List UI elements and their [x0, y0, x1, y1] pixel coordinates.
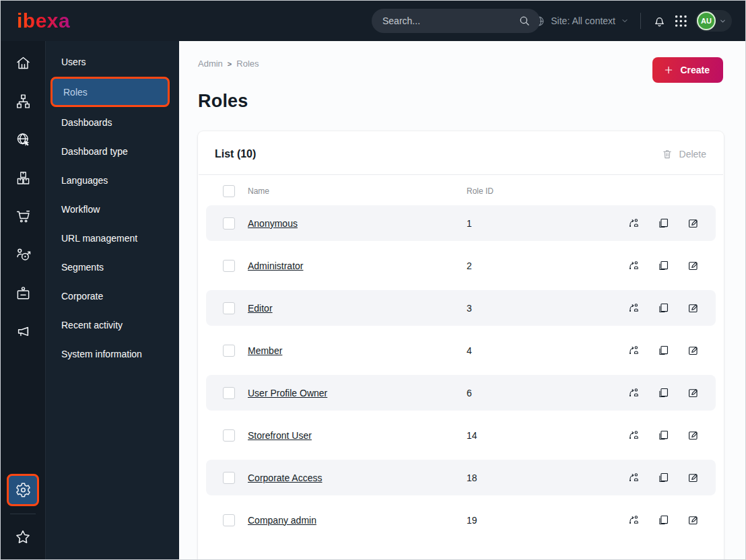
- role-id-value: 2: [467, 260, 472, 271]
- copy-icon[interactable]: [657, 217, 670, 230]
- row-checkbox[interactable]: [223, 472, 235, 484]
- list-count-title: List (10): [215, 148, 256, 160]
- role-id-value: 4: [467, 345, 472, 356]
- row-checkbox[interactable]: [223, 217, 235, 230]
- row-actions: [628, 259, 700, 272]
- sidebar-item-label: Corporate: [61, 291, 103, 302]
- roles-table-body: Anonymous 1: [198, 205, 724, 538]
- copy-icon[interactable]: [657, 302, 670, 314]
- sidebar-item[interactable]: Dashboards: [46, 108, 179, 137]
- sidebar-item-label: Dashboard type: [61, 146, 128, 157]
- chevron-down-icon: [719, 18, 726, 25]
- edit-icon[interactable]: [687, 259, 700, 272]
- row-actions: [628, 217, 700, 230]
- select-all-checkbox[interactable]: [223, 185, 235, 197]
- row-actions: [628, 386, 700, 399]
- assign-user-icon[interactable]: [628, 344, 640, 357]
- row-checkbox[interactable]: [223, 387, 235, 399]
- role-name-link[interactable]: Corporate Access: [248, 473, 467, 483]
- assign-user-icon[interactable]: [628, 386, 640, 399]
- sidebar-item-label: Segments: [61, 262, 104, 273]
- copy-icon[interactable]: [657, 514, 670, 526]
- role-id-value: 6: [467, 388, 472, 398]
- assign-user-icon[interactable]: [628, 302, 640, 314]
- create-button[interactable]: Create: [652, 57, 723, 83]
- sidebar-item-label: System information: [61, 349, 142, 359]
- edit-icon[interactable]: [687, 217, 700, 230]
- sidebar-item[interactable]: System information: [46, 339, 179, 368]
- sidebar-item[interactable]: Dashboard type: [46, 137, 179, 166]
- delete-button[interactable]: Delete: [661, 148, 706, 160]
- sidebar-item[interactable]: URL management: [46, 223, 179, 252]
- ibexa-logo[interactable]: ibexa: [17, 11, 70, 31]
- trash-icon: [661, 148, 673, 160]
- role-name-link[interactable]: Anonymous: [248, 218, 467, 229]
- create-button-label: Create: [680, 65, 710, 75]
- home-icon[interactable]: [1, 44, 45, 82]
- table-row: Corporate Access 18: [206, 460, 716, 495]
- edit-icon[interactable]: [687, 344, 700, 357]
- personalization-target-icon[interactable]: [1, 236, 45, 274]
- table-row: Editor 3: [206, 290, 716, 326]
- assign-user-icon[interactable]: [628, 259, 640, 272]
- search-icon[interactable]: [518, 15, 531, 27]
- sidebar-item-label: Languages: [61, 175, 108, 186]
- search-input[interactable]: [382, 15, 518, 26]
- role-name-link[interactable]: Storefront User: [248, 430, 467, 441]
- global-search[interactable]: [372, 9, 540, 33]
- notifications-bell-icon[interactable]: [652, 14, 667, 28]
- column-header-role-id: Role ID: [467, 186, 494, 196]
- edit-icon[interactable]: [687, 386, 700, 399]
- sidebar-item[interactable]: Corporate: [46, 281, 179, 310]
- row-checkbox[interactable]: [223, 429, 235, 442]
- role-name-link[interactable]: Administrator: [248, 260, 467, 271]
- site-globe-icon[interactable]: [1, 120, 45, 159]
- topbar-right-controls: Site: All context AU: [533, 10, 732, 32]
- breadcrumb-admin[interactable]: Admin: [198, 59, 223, 69]
- content-tree-icon[interactable]: [1, 82, 45, 120]
- row-checkbox[interactable]: [223, 345, 235, 357]
- assign-user-icon[interactable]: [628, 514, 640, 526]
- settings-gear-icon[interactable]: [7, 474, 39, 506]
- corporate-badge-icon[interactable]: [1, 274, 45, 312]
- row-checkbox[interactable]: [223, 514, 235, 526]
- app-grid-icon[interactable]: [675, 15, 687, 27]
- site-context-selector[interactable]: Site: All context: [533, 15, 629, 28]
- sidebar-item[interactable]: Roles: [50, 77, 170, 107]
- copy-icon[interactable]: [657, 386, 670, 399]
- topbar: ibexa Site: All context: [1, 1, 745, 41]
- marketing-megaphone-icon[interactable]: [1, 312, 45, 351]
- edit-icon[interactable]: [687, 471, 700, 484]
- copy-icon[interactable]: [657, 259, 670, 272]
- admin-sidebar: Users Roles Dashboards Dashboard type La…: [46, 41, 179, 559]
- assign-user-icon[interactable]: [628, 429, 640, 442]
- avatar[interactable]: AU: [697, 11, 716, 30]
- favorites-star-icon[interactable]: [14, 522, 32, 553]
- sidebar-item[interactable]: Users: [46, 47, 179, 76]
- role-name-link[interactable]: Member: [248, 345, 467, 356]
- copy-icon[interactable]: [657, 344, 670, 357]
- row-actions: [628, 344, 700, 357]
- copy-icon[interactable]: [657, 471, 670, 484]
- page-title: Roles: [198, 91, 724, 112]
- role-name-link[interactable]: Company admin: [248, 515, 467, 526]
- breadcrumb: Admin > Roles: [198, 59, 724, 69]
- plus-icon: [663, 65, 674, 75]
- edit-icon[interactable]: [687, 429, 700, 442]
- assign-user-icon[interactable]: [628, 217, 640, 230]
- copy-icon[interactable]: [657, 429, 670, 442]
- edit-icon[interactable]: [687, 514, 700, 526]
- product-catalog-icon[interactable]: [1, 159, 45, 197]
- role-name-link[interactable]: Editor: [248, 303, 467, 314]
- assign-user-icon[interactable]: [628, 471, 640, 484]
- sidebar-item[interactable]: Languages: [46, 166, 179, 195]
- edit-icon[interactable]: [687, 302, 700, 314]
- row-checkbox[interactable]: [223, 302, 235, 314]
- user-menu[interactable]: AU: [696, 10, 732, 32]
- sidebar-item[interactable]: Workflow: [46, 195, 179, 223]
- commerce-cart-icon[interactable]: [1, 197, 45, 236]
- sidebar-item[interactable]: Recent activity: [46, 310, 179, 339]
- role-name-link[interactable]: User Profile Owner: [248, 388, 467, 398]
- row-checkbox[interactable]: [223, 260, 235, 272]
- sidebar-item[interactable]: Segments: [46, 252, 179, 281]
